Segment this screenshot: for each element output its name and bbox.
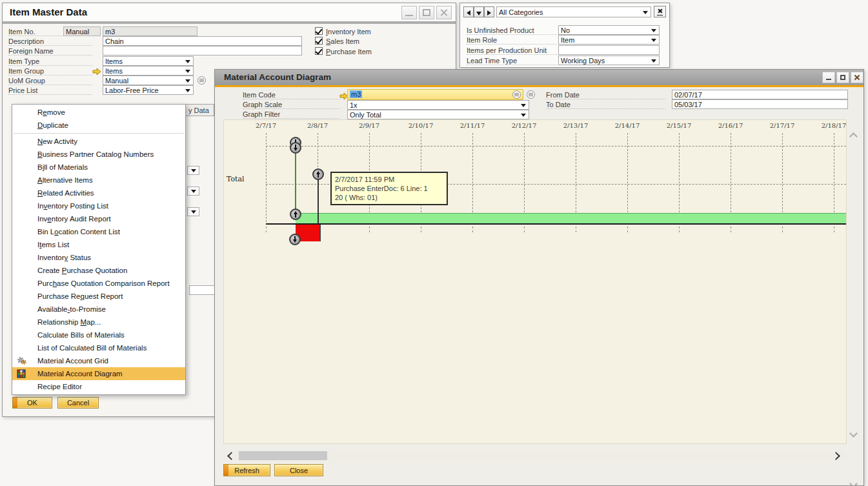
link-arrow-icon[interactable] <box>92 66 101 78</box>
menu-item-label: Recipe Editor <box>37 383 82 390</box>
menu-item-items-list[interactable]: Items List <box>12 238 185 251</box>
mad-item-code-selected-text: m3 <box>350 90 362 98</box>
imd-item-type-combo[interactable]: Items <box>103 56 194 66</box>
menu-item-purchase-quotation-comparison-report[interactable]: Purchase Quotation Comparison Report <box>12 277 185 290</box>
imd-close-button[interactable] <box>436 6 452 19</box>
menu-item-business-partner-catalog-numbers[interactable]: Business Partner Catalog Numbers <box>12 148 185 161</box>
mad-from-date-input[interactable]: 02/07/17 <box>672 90 848 99</box>
menu-item-related-activities[interactable]: Related Activities <box>12 187 185 199</box>
imd-hidden-combo-fragment[interactable] <box>187 187 199 196</box>
close-button[interactable]: Close <box>274 464 323 476</box>
imd-maximize-button[interactable] <box>419 6 434 19</box>
inventory-item-checkbox[interactable] <box>315 27 323 35</box>
menu-item-remove[interactable]: Remove <box>12 106 185 119</box>
imd-item-no-value[interactable]: m3 <box>103 26 197 36</box>
menu-item-calculate-bills-of-materials[interactable]: Calculate Bills of Materials <box>12 329 185 341</box>
items-per-production-unit-input[interactable] <box>558 45 660 55</box>
horizontal-scrollbar[interactable] <box>223 451 847 461</box>
imd-item-group-combo[interactable]: Items <box>103 66 194 76</box>
imd-tab-fragment-inventory-data[interactable]: y Data <box>185 104 214 116</box>
chart-tooltip: 2/7/2017 11:59 PM Purchase EnterDoc: 6 L… <box>330 172 448 205</box>
scrollbar-thumb[interactable] <box>239 451 327 460</box>
menu-item-new-activity[interactable]: New Activity <box>12 135 185 148</box>
menu-item-inventory-audit-report[interactable]: Inventory Audit Report <box>12 212 185 225</box>
lead-time-type-combo[interactable]: Working Days <box>558 56 660 65</box>
imd-tab-baseline <box>185 116 215 116</box>
date-tick-label: 2/17/17 <box>763 122 802 129</box>
mad-graph-scale-combo[interactable]: 1x <box>347 100 529 110</box>
imd-titlebar[interactable]: Item Master Data <box>3 3 456 21</box>
marker-up-arrow[interactable] <box>290 208 301 220</box>
choose-from-list-icon[interactable] <box>512 90 521 99</box>
menu-item-create-purchase-quotation[interactable]: Create Purchase Quotation <box>12 264 185 277</box>
imd-price-list-combo[interactable]: Labor-Free Price <box>103 85 194 95</box>
imd-hidden-combo-fragment[interactable] <box>187 166 199 175</box>
refresh-button[interactable]: Refresh <box>223 464 270 476</box>
menu-item-label: Alternative Items <box>37 176 93 184</box>
menu-item-bill-of-materials[interactable]: Bill of Materials <box>12 161 185 174</box>
scroll-down-icon[interactable] <box>849 480 858 486</box>
menu-item-label: Business Partner Catalog Numbers <box>37 150 154 158</box>
imd-hidden-combo-fragment[interactable] <box>187 207 199 216</box>
menu-item-purchase-request-report[interactable]: Purchase Request Report <box>12 290 185 303</box>
date-tick-label: 2/7/17 <box>247 122 285 129</box>
menu-item-inventory-posting-list[interactable]: Inventory Posting List <box>12 199 185 212</box>
cancel-button[interactable]: Cancel <box>57 397 99 409</box>
menu-item-available-to-promise[interactable]: Available-to-Promise <box>12 303 185 316</box>
menu-item-inventory-status[interactable]: Inventory Status <box>12 251 185 264</box>
marker-down-arrow[interactable] <box>289 234 301 245</box>
category-menu-button[interactable] <box>474 6 484 17</box>
imd-minimize-button[interactable] <box>401 6 417 19</box>
event-connector-line <box>318 179 319 223</box>
menu-item-duplicate[interactable]: Duplicate <box>12 119 185 132</box>
choose-from-list-icon[interactable] <box>527 90 535 99</box>
imd-item-no-series[interactable]: Manual <box>63 26 101 36</box>
mad-minimize-button[interactable] <box>822 72 835 83</box>
date-tick-label: 2/8/17 <box>298 122 337 129</box>
scroll-up-icon[interactable] <box>849 132 858 141</box>
mad-item-code-input[interactable]: m3 <box>347 89 523 100</box>
imd-description-input[interactable]: Chain <box>103 36 302 46</box>
menu-item-material-account-diagram[interactable]: Material Account Diagram <box>12 367 185 380</box>
prev-category-button[interactable] <box>463 6 474 17</box>
menu-item-bin-location-content-list[interactable]: Bin Location Content List <box>12 225 185 238</box>
menu-item-relationship-map[interactable]: Relationship Map... <box>12 316 185 329</box>
mad-to-date-input[interactable]: 05/03/17 <box>672 99 848 109</box>
supply-connector-line <box>295 151 296 213</box>
mad-graph-filter-combo[interactable]: Only Total <box>347 110 529 119</box>
scroll-right-icon[interactable] <box>832 452 840 460</box>
imd-uom-group-combo[interactable]: Manual <box>103 76 194 85</box>
scroll-down-icon[interactable] <box>849 429 858 438</box>
menu-item-list-of-calculated-bill-of-materials[interactable]: List of Calculated Bill of Materials <box>12 341 185 354</box>
next-category-button[interactable] <box>484 6 494 17</box>
sales-item-checkbox[interactable] <box>315 37 323 45</box>
imd-hidden-input-fragment[interactable] <box>189 285 215 295</box>
marker-down-arrow[interactable] <box>290 142 301 154</box>
menu-item-label: Inventory Posting List <box>37 202 108 210</box>
category-combo[interactable]: All Categories <box>496 6 651 17</box>
purchase-item-checkbox[interactable] <box>315 47 323 55</box>
vertical-scrollbar[interactable] <box>848 119 860 444</box>
mad-close-button[interactable] <box>851 72 863 83</box>
imd-foreign-name-input[interactable] <box>103 46 302 56</box>
tooltip-line-1: 2/7/2017 11:59 PM <box>335 175 443 184</box>
mad-titlebar[interactable]: Material Account Diagram <box>215 70 863 85</box>
menu-item-material-account-grid[interactable]: Material Account Grid <box>12 354 185 367</box>
check-icon <box>315 47 322 55</box>
panel-close-button[interactable] <box>654 6 666 17</box>
menu-item-recipe-editor[interactable]: Recipe Editor <box>12 380 185 393</box>
imd-foreign-name-label: Foreign Name <box>8 47 92 56</box>
menu-item-alternative-items[interactable]: Alternative Items <box>12 174 185 187</box>
marker-up-arrow[interactable] <box>312 168 324 180</box>
mad-graph-filter-label: Graph Filter <box>243 110 339 119</box>
chart-axis-subtick <box>782 227 783 232</box>
item-role-combo[interactable]: Item <box>558 35 660 45</box>
ok-button[interactable]: OK <box>12 397 52 409</box>
stock-level-bar[interactable] <box>296 213 847 224</box>
is-unfinished-product-combo[interactable]: No <box>558 25 660 35</box>
scroll-left-icon[interactable] <box>227 452 236 460</box>
choose-from-list-icon[interactable] <box>197 76 206 85</box>
mad-maximize-button[interactable] <box>836 72 849 83</box>
menu-item-label: Bin Location Content List <box>37 228 120 236</box>
imd-uom-group-label: UoM Group <box>8 77 92 85</box>
